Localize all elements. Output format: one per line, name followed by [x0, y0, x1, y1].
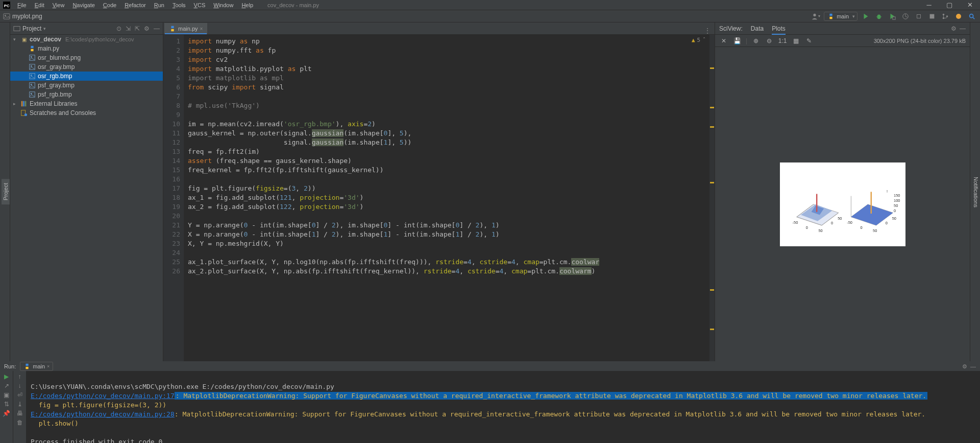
tree-root[interactable]: ▾ ▣ cov_decov E:\codes\python\cov_decov: [10, 35, 163, 44]
collapse-icon[interactable]: ⇱: [135, 25, 140, 32]
run-settings-icon[interactable]: ⚙: [962, 363, 967, 370]
console-link-1[interactable]: E:/codes/python/cov_decov/main.py:17: [31, 392, 175, 400]
close-plot-icon[interactable]: ✕: [719, 37, 728, 44]
run-hide-icon[interactable]: —: [970, 363, 976, 370]
settings-icon[interactable]: ⚙: [144, 25, 150, 32]
close-button[interactable]: ✕: [960, 1, 980, 9]
svg-rect-28: [21, 101, 23, 107]
tree-file[interactable]: psf_gray.bmp: [10, 81, 163, 90]
code-editor[interactable]: ▲ 5 ˆ ˇ 12345678910111213141516171819202…: [163, 35, 715, 361]
tree-file[interactable]: psf_rgb.bmp: [10, 90, 163, 99]
tool-layout-icon[interactable]: ⇅: [4, 401, 9, 408]
git-branch-icon[interactable]: [940, 11, 950, 21]
svg-text:150: 150: [894, 193, 900, 198]
run-configuration-selector[interactable]: main: [824, 12, 857, 21]
svg-text:!: !: [887, 189, 888, 194]
coverage-button[interactable]: [887, 11, 897, 21]
print-icon[interactable]: 🖶: [17, 410, 23, 417]
editor-tab-main[interactable]: main.py ×: [164, 23, 207, 34]
maximize-button[interactable]: ▢: [939, 1, 960, 9]
editor-error-stripe[interactable]: [709, 35, 715, 361]
up-icon[interactable]: ↑: [18, 373, 21, 380]
sciview-tab-data[interactable]: Data: [751, 22, 764, 35]
tree-file[interactable]: main.py: [10, 44, 163, 53]
run-console[interactable]: C:\Users\YUAN\.conda\envs\scMDC\python.e…: [27, 371, 980, 443]
tree-external-libraries[interactable]: ▸ External Libraries: [10, 99, 163, 108]
sciview-toolbar: ✕ 💾 | ⊕ ⊖ 1:1 ▦ ✎ 300x200 PNG (24-bit co…: [715, 35, 970, 47]
library-icon: [20, 100, 28, 107]
menu-code[interactable]: Code: [99, 2, 120, 8]
user-icon[interactable]: ▾: [811, 11, 821, 21]
sciview-hide-icon[interactable]: —: [960, 25, 966, 32]
svg-text:50: 50: [873, 228, 877, 233]
debug-button[interactable]: [874, 11, 884, 21]
ide-update-icon[interactable]: [953, 11, 964, 21]
svg-point-23: [31, 75, 32, 76]
editor-area: main.py × ⋮ ▲ 5 ˆ ˇ 12345678910111213141…: [163, 22, 715, 361]
tool-pin-icon[interactable]: 📌: [3, 410, 10, 417]
svg-text:50: 50: [894, 203, 898, 207]
search-everywhere-button[interactable]: [967, 11, 977, 21]
tree-scratches[interactable]: Scratches and Consoles: [10, 108, 163, 118]
tree-file[interactable]: osr_rgb.bmp: [10, 72, 163, 81]
close-tab-icon[interactable]: ×: [200, 26, 203, 32]
sciview-tab-plots[interactable]: Plots: [772, 22, 786, 35]
svg-text:PC: PC: [4, 3, 10, 8]
locate-icon[interactable]: ⊙: [116, 25, 121, 32]
minimize-button[interactable]: ─: [919, 1, 939, 9]
menu-tools[interactable]: Tools: [168, 2, 190, 8]
console-link-2[interactable]: E:/codes/python/cov_decov/main.py:28: [31, 410, 175, 418]
menu-vcs[interactable]: VCS: [190, 2, 210, 8]
menu-view[interactable]: View: [48, 2, 69, 8]
run-button[interactable]: [861, 11, 871, 21]
project-panel-title: Project ▾: [13, 25, 113, 32]
svg-rect-8: [893, 16, 895, 19]
trash-icon[interactable]: 🗑: [17, 419, 23, 426]
stop-button[interactable]: [927, 11, 937, 21]
editor-tabs: main.py × ⋮: [163, 22, 715, 35]
tool-stop2-icon[interactable]: ▣: [4, 391, 9, 399]
menu-refactor[interactable]: Refactor: [120, 2, 150, 8]
svg-rect-2: [4, 13, 10, 19]
run-toolbar-primary: ▶ ↗ ▣ ⇅ 📌: [0, 371, 13, 443]
zoom-in-icon[interactable]: ⊕: [751, 37, 761, 44]
menu-edit[interactable]: Edit: [31, 2, 48, 8]
fit-icon[interactable]: 1:1: [778, 37, 787, 44]
breadcrumb[interactable]: myplot.png: [3, 13, 42, 20]
menu-navigate[interactable]: Navigate: [68, 2, 99, 8]
tree-file[interactable]: osr_blurred.png: [10, 53, 163, 62]
plot-canvas[interactable]: -50 0 50 0 50: [780, 162, 905, 246]
svg-text:50: 50: [838, 216, 842, 220]
save-plot-icon[interactable]: 💾: [732, 37, 742, 44]
hide-icon[interactable]: —: [154, 25, 160, 32]
run-config-name: main: [837, 13, 849, 19]
picker-icon[interactable]: ✎: [804, 37, 814, 44]
sciview-settings-icon[interactable]: ⚙: [951, 25, 957, 32]
zoom-out-icon[interactable]: ⊖: [765, 37, 774, 44]
expand-icon[interactable]: ⇲: [126, 25, 131, 32]
project-toolwindow-tab[interactable]: Project: [2, 179, 10, 204]
down-icon[interactable]: ↓: [18, 382, 21, 389]
attach-button[interactable]: [914, 11, 924, 21]
scroll-icon[interactable]: ⤓: [17, 401, 22, 408]
profile-button[interactable]: [900, 11, 911, 21]
image-file-icon: [29, 91, 36, 98]
menu-help[interactable]: Help: [237, 2, 257, 8]
run-tab-main[interactable]: main ×: [20, 362, 53, 371]
menu-run[interactable]: Run: [150, 2, 168, 8]
menu-file[interactable]: File: [13, 2, 31, 8]
breadcrumb-item[interactable]: myplot.png: [12, 13, 42, 20]
python-icon: [827, 13, 835, 20]
editor-tabs-menu-icon[interactable]: ⋮: [700, 27, 715, 34]
tool-stop-icon[interactable]: ↗: [4, 382, 9, 389]
rerun-icon[interactable]: ▶: [4, 373, 9, 380]
navigation-bar: myplot.png ▾ main: [0, 10, 980, 22]
project-tree[interactable]: ▾ ▣ cov_decov E:\codes\python\cov_decov …: [10, 35, 163, 361]
tree-file[interactable]: osr_gray.bmp: [10, 62, 163, 72]
wrap-icon[interactable]: ⏎: [17, 391, 22, 399]
left-toolwindow-stripe: Project: [0, 22, 10, 361]
grid-icon[interactable]: ▦: [791, 37, 800, 44]
right-tab-notifications[interactable]: Notifications: [972, 173, 980, 212]
editor-gutter[interactable]: 1234567891011121314151617181920212223242…: [163, 35, 184, 361]
menu-window[interactable]: Window: [209, 2, 237, 8]
